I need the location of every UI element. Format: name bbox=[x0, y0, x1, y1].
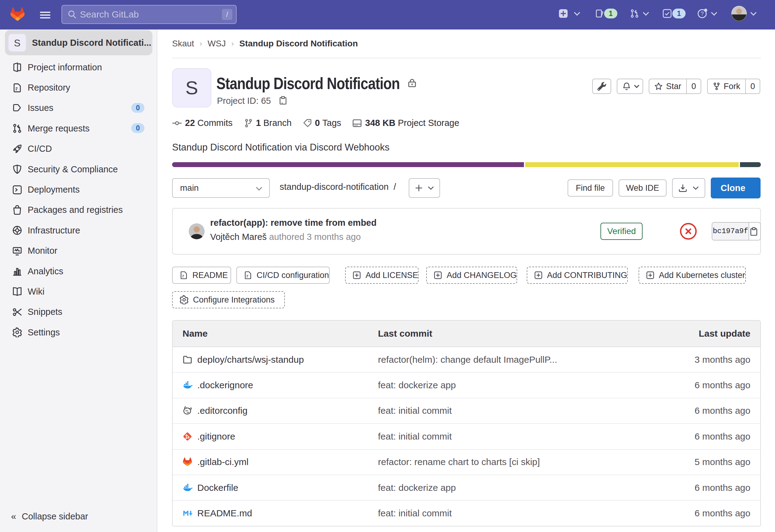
svg-text:?: ? bbox=[701, 11, 704, 17]
